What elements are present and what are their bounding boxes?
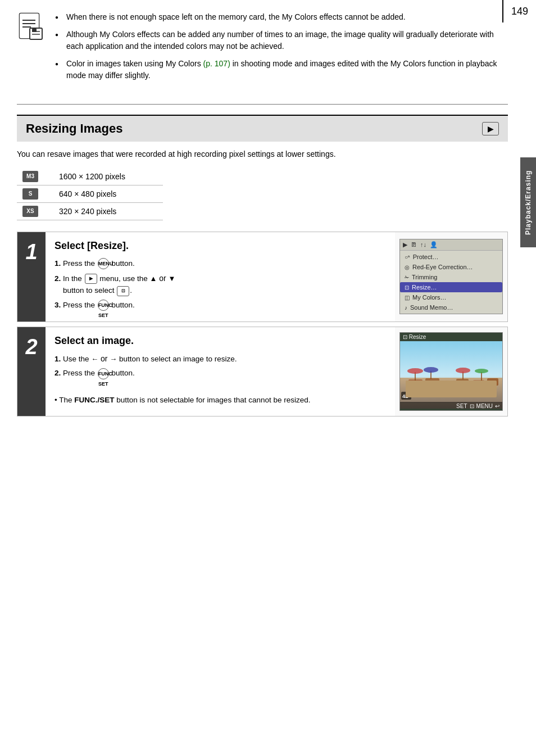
beach-scene-image: 4L <box>400 341 502 409</box>
menu-bottom-label: MENU <box>476 403 493 409</box>
svg-point-18 <box>407 368 423 374</box>
svg-rect-11 <box>408 379 423 386</box>
menu-tab-person: 👤 <box>430 241 438 248</box>
menu-tab-play: ▶ <box>403 241 407 248</box>
svg-rect-16 <box>487 378 498 386</box>
set-label: SET <box>456 403 467 409</box>
func-set-button-icon-1: FUNC SET <box>98 300 109 311</box>
section-title: Resizing Images <box>26 121 122 136</box>
section-header: Resizing Images ▶ <box>17 115 508 142</box>
badge-s: S <box>22 188 38 200</box>
pixel-row-s: S 640 × 480 pixels <box>17 185 163 203</box>
step-1-title: Select [Resize]. <box>54 240 386 252</box>
svg-point-24 <box>475 369 488 373</box>
menu-tab-doc: 🖹 <box>411 241 417 248</box>
resize-bottom-label: ⊡ <box>470 403 474 409</box>
menu-button-icon: MENU <box>98 258 109 269</box>
step-2-instructions: 1. Use the ← or → button to select an im… <box>54 352 386 406</box>
side-tab-label: Playback/Erasing <box>520 157 536 247</box>
svg-rect-14 <box>456 379 469 386</box>
pixel-label-xs: 320 × 240 pixels <box>53 203 163 220</box>
step-2-number: 2 <box>17 327 46 417</box>
playback-icon: ▶ <box>482 122 499 135</box>
step-1-instructions: 1. Press the MENU button. 2. In the ▶ me… <box>54 257 386 311</box>
back-label: ↩ <box>495 403 499 409</box>
steps-container: 1 Select [Resize]. 1. Press the MENU but… <box>17 232 508 421</box>
resize-select-icon: ⊡ <box>117 286 129 296</box>
pixel-row-xs: XS 320 × 240 pixels <box>17 203 163 220</box>
step-1-image: ▶ 🖹 ↑↓ 👤 ○ⁿ Protect… ◎ Red-Eye Correctio… <box>395 232 507 322</box>
resize-label: ⊡ Resize <box>403 334 426 340</box>
svg-rect-15 <box>473 380 484 386</box>
step-2: 2 Select an image. 1. Use the ← or → but… <box>17 327 508 417</box>
svg-text:4L: 4L <box>402 393 408 399</box>
page-link: (p. 107) <box>203 59 230 68</box>
menu-item-soundmemo: ♪ Sound Memo… <box>400 302 502 313</box>
svg-rect-13 <box>442 381 453 386</box>
menu-item-mycolors: ◫ My Colors… <box>400 292 502 302</box>
pixel-label-m3: 1600 × 1200 pixels <box>53 168 163 185</box>
svg-point-22 <box>456 368 470 373</box>
camera-screen-footer: SET ⊡ MENU ↩ <box>400 402 502 410</box>
badge-m3: M3 <box>22 171 38 182</box>
pixel-table: M3 1600 × 1200 pixels S 640 × 480 pixels… <box>17 168 163 220</box>
step-2-content: Select an image. 1. Use the ← or → butto… <box>46 327 395 417</box>
func-set-button-icon-2: FUNC SET <box>98 368 109 379</box>
note-bullets: When there is not enough space left on t… <box>55 11 508 87</box>
svg-rect-10 <box>400 378 503 403</box>
note-bullet-2: Although My Colors effects can be added … <box>55 29 508 52</box>
menu-top-bar: ▶ 🖹 ↑↓ 👤 <box>400 239 502 251</box>
camera-screen: ⊡ Resize <box>399 332 503 411</box>
section-description: You can resave images that were recorded… <box>17 148 508 160</box>
step-2-image: ⊡ Resize <box>395 327 507 417</box>
pixel-row-m3: M3 1600 × 1200 pixels <box>17 168 163 185</box>
step-1: 1 Select [Resize]. 1. Press the MENU but… <box>17 232 508 322</box>
menu-mockup: ▶ 🖹 ↑↓ 👤 ○ⁿ Protect… ◎ Red-Eye Correctio… <box>399 239 503 314</box>
note-box: When there is not enough space left on t… <box>17 6 508 93</box>
note-icon <box>17 11 45 42</box>
badge-xs: XS <box>22 206 38 217</box>
menu-item-trimming: ✁ Trimming <box>400 272 502 282</box>
svg-point-20 <box>424 367 438 373</box>
step-1-number: 1 <box>17 232 46 322</box>
svg-rect-8 <box>32 29 37 32</box>
section-divider <box>17 104 508 105</box>
menu-item-resize: ⊡ Resize… <box>400 282 502 292</box>
menu-item-redeye: ◎ Red-Eye Correction… <box>400 262 502 272</box>
svg-rect-12 <box>425 378 439 386</box>
menu-item-protect: ○ⁿ Protect… <box>400 252 502 262</box>
pixel-label-s: 640 × 480 pixels <box>53 185 163 203</box>
step-2-title: Select an image. <box>54 335 386 347</box>
step-1-content: Select [Resize]. 1. Press the MENU butto… <box>46 232 395 322</box>
note-bullet-3: Color in images taken using My Colors (p… <box>55 58 508 82</box>
menu-tab-arrows: ↑↓ <box>420 241 426 248</box>
note-bullet-1: When there is not enough space left on t… <box>55 11 508 23</box>
menu-items-list: ○ⁿ Protect… ◎ Red-Eye Correction… ✁ Trim… <box>400 251 502 314</box>
camera-screen-header: ⊡ Resize <box>400 333 502 341</box>
play-menu-icon: ▶ <box>85 274 97 284</box>
